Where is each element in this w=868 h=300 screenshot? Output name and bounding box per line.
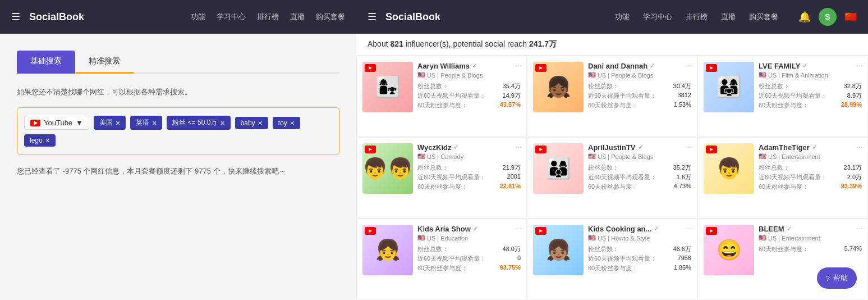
stat-engagement: 60天粉丝参与度：5.74% <box>759 245 862 253</box>
stat-avg-views: 近60天视频平均观看量：2.0万 <box>759 173 862 181</box>
influencer-card[interactable]: 👦 AdamTheTiger ✓ 🇺🇸 US | Entertainment 粉… <box>697 137 868 219</box>
card-name: Aaryn Williams ✓ <box>417 62 521 70</box>
right-hamburger-icon[interactable]: ☰ <box>368 11 376 23</box>
right-navbar: ☰ SocialBook 功能 学习中心 排行榜 直播 购买套餐 🔔 S 🇨🇳 <box>356 0 868 34</box>
help-button[interactable]: ? 帮助 <box>817 267 857 289</box>
filter-country-remove[interactable]: × <box>116 119 120 127</box>
tab-basic[interactable]: 基础搜索 <box>17 51 75 74</box>
nav-icons: 🔔 S 🇨🇳 <box>798 8 857 26</box>
filter-baby[interactable]: baby × <box>235 117 268 129</box>
right-nav-features[interactable]: 功能 <box>615 12 630 22</box>
filter-toy[interactable]: toy × <box>273 117 300 129</box>
influencer-card[interactable]: 👨‍👩‍👦 AprilJustinTV ✓ 🇺🇸 US | People & B… <box>527 137 697 219</box>
nav-link-features[interactable]: 功能 <box>191 12 205 22</box>
card-more-icon[interactable]: ··· <box>856 61 863 70</box>
card-stats: 粉丝总数：48.0万 近60天视频平均观看量：0 60天粉丝参与度：93.75% <box>417 245 521 272</box>
filter-country[interactable]: 美国 × <box>94 116 126 130</box>
flag: 🇺🇸 <box>759 153 766 160</box>
result-count: 821 <box>390 39 403 48</box>
result-suffix: influencer(s), potential social reach <box>403 39 529 48</box>
verified-icon: ✓ <box>453 144 458 151</box>
card-name: AdamTheTiger ✓ <box>759 143 862 152</box>
card-more-icon[interactable]: ··· <box>686 224 692 233</box>
platform-selector[interactable]: YouTube ▼ <box>24 116 89 130</box>
filter-baby-remove[interactable]: × <box>258 119 263 127</box>
card-stats: 粉丝总数：32.8万 近60天视频平均观看量：8.9万 60天粉丝参与度：28.… <box>759 82 862 110</box>
flag: 🇺🇸 <box>588 153 596 160</box>
filter-toy-label: toy <box>278 119 287 127</box>
youtube-badge <box>706 64 717 72</box>
card-more-icon[interactable]: ··· <box>515 142 522 151</box>
stat-avg-views: 近60天视频平均观看量：8.9万 <box>759 92 862 100</box>
influencer-card[interactable]: 👧🏽 Kids Cooking an... ✓ 🇺🇸 US | Howto & … <box>527 219 697 300</box>
filter-lego[interactable]: lego × <box>24 134 56 147</box>
stat-fans: 粉丝总数：46.6万 <box>588 245 691 253</box>
right-nav-live[interactable]: 直播 <box>721 12 736 22</box>
card-category: 🇺🇸 US | Howto & Style <box>588 234 691 242</box>
youtube-badge <box>535 227 546 235</box>
tab-precise[interactable]: 精准搜索 <box>75 51 134 74</box>
card-stats: 粉丝总数：21.9万 近60天视频平均观看量：2001 60天粉丝参与度：22.… <box>417 163 521 191</box>
stat-avg-views: 近60天视频平均观看量：2001 <box>417 173 521 181</box>
card-info: LVE FAMILY ✓ 🇺🇸 US | Film & Animation 粉丝… <box>759 62 862 131</box>
card-info: Aaryn Williams ✓ 🇺🇸 US | People & Blogs … <box>417 62 521 131</box>
influencer-card[interactable]: 👧🏾 Dani and Dannah ✓ 🇺🇸 US | People & Bl… <box>527 56 697 137</box>
flag-icon: 🇨🇳 <box>844 11 857 23</box>
nav-link-live[interactable]: 直播 <box>290 12 305 22</box>
card-stats: 粉丝总数：30.4万 近60天视频平均观看量：3812 60天粉丝参与度：1.5… <box>588 82 691 110</box>
card-thumbnail: 👩‍👧 <box>362 62 413 112</box>
card-more-icon[interactable]: ··· <box>856 142 863 151</box>
card-name: Dani and Dannah ✓ <box>588 62 691 70</box>
stat-fans: 粉丝总数：48.0万 <box>417 245 521 253</box>
hamburger-icon[interactable]: ☰ <box>11 11 20 23</box>
card-more-icon[interactable]: ··· <box>686 61 692 70</box>
card-stats: 粉丝总数：35.2万 近60天视频平均观看量：1.6万 60天粉丝参与度：4.7… <box>588 163 691 191</box>
search-hint: 如果您还不清楚找哪个网红，可以根据各种需求搜索。 <box>17 87 339 97</box>
influencer-card[interactable]: 👧 Kids Aria Show ✓ 🇺🇸 US | Education 粉丝总… <box>356 219 527 300</box>
card-thumbnail: 👨‍👩‍👦 <box>533 143 584 194</box>
card-thumbnail: 😄 <box>704 225 754 275</box>
influencer-card[interactable]: 👨‍👩‍👧 LVE FAMILY ✓ 🇺🇸 US | Film & Animat… <box>697 56 868 137</box>
filter-lego-remove[interactable]: × <box>45 137 50 144</box>
verified-icon: ✓ <box>802 62 807 70</box>
nav-link-buy[interactable]: 购买套餐 <box>316 12 345 22</box>
stat-fans: 粉丝总数：35.2万 <box>588 163 691 172</box>
right-nav-learn[interactable]: 学习中心 <box>643 12 672 22</box>
stat-fans: 粉丝总数：30.4万 <box>588 82 691 90</box>
avatar[interactable]: S <box>819 8 837 26</box>
card-stats: 粉丝总数：35.4万 近60天视频平均观看量：14.9万 60天粉丝参与度：43… <box>417 82 521 110</box>
filter-lang[interactable]: 英语 × <box>130 116 162 130</box>
left-navbar: ☰ SocialBook 功能 学习中心 排行榜 直播 购买套餐 <box>0 0 356 34</box>
card-thumbnail: 👨‍👩‍👧 <box>704 62 754 112</box>
influencer-card[interactable]: 👦👦 WyczKidz ✓ 🇺🇸 US | Comedy 粉丝总数：21.9万 … <box>356 137 527 219</box>
platform-label: YouTube <box>44 119 72 127</box>
right-nav-rank[interactable]: 排行榜 <box>686 12 708 22</box>
card-more-icon[interactable]: ··· <box>515 224 522 233</box>
nav-link-rank[interactable]: 排行榜 <box>257 12 279 22</box>
filter-fans[interactable]: 粉丝 <= 50.0万 × <box>167 116 230 130</box>
influencer-card[interactable]: 👩‍👧 Aaryn Williams ✓ 🇺🇸 US | People & Bl… <box>356 56 527 137</box>
filter-lang-remove[interactable]: × <box>152 119 157 127</box>
stat-engagement: 60天粉丝参与度：43.57% <box>417 101 521 110</box>
youtube-badge <box>365 227 376 235</box>
card-more-icon[interactable]: ··· <box>515 61 522 70</box>
stat-fans: 粉丝总数：21.9万 <box>417 163 521 172</box>
card-more-icon[interactable]: ··· <box>686 142 692 151</box>
card-name: Kids Aria Show ✓ <box>417 225 521 233</box>
youtube-badge <box>365 64 376 72</box>
card-info: Kids Aria Show ✓ 🇺🇸 US | Education 粉丝总数：… <box>417 225 521 294</box>
card-more-icon[interactable]: ··· <box>856 224 863 233</box>
card-category: 🇺🇸 US | Comedy <box>417 153 521 160</box>
stat-avg-views: 近60天视频平均观看量：1.6万 <box>588 173 691 181</box>
filter-toy-remove[interactable]: × <box>290 119 295 127</box>
nav-link-learn[interactable]: 学习中心 <box>217 12 246 22</box>
verified-icon: ✓ <box>472 62 477 70</box>
stat-engagement: 60天粉丝参与度：4.73% <box>588 183 691 191</box>
verified-icon: ✓ <box>473 225 478 233</box>
filter-fans-remove[interactable]: × <box>220 119 224 127</box>
flag: 🇺🇸 <box>417 71 425 79</box>
right-nav-buy[interactable]: 购买套餐 <box>749 12 778 22</box>
search-tabs: 基础搜索 精准搜索 <box>17 51 339 74</box>
bell-icon[interactable]: 🔔 <box>798 11 811 23</box>
flag: 🇺🇸 <box>759 71 766 79</box>
